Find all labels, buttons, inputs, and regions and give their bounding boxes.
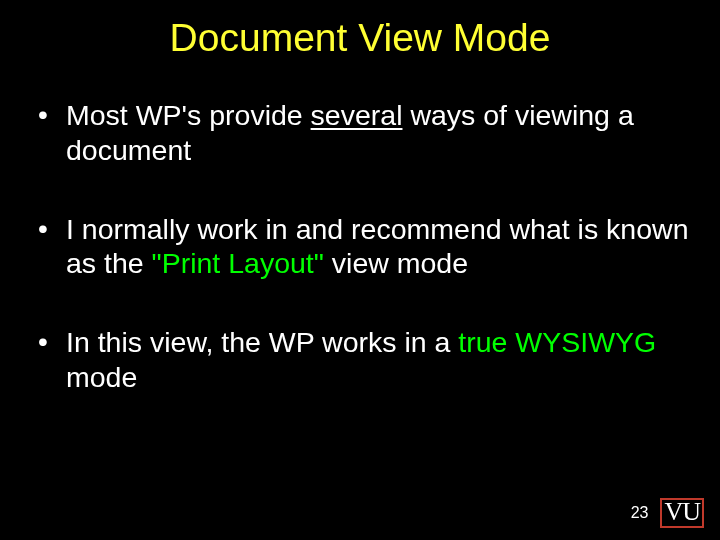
bullet-item: I normally work in and recommend what is… [30, 212, 690, 282]
slide-content: Most WP's provide several ways of viewin… [0, 60, 720, 395]
page-number: 23 [631, 504, 649, 522]
highlight-text: true WYSIWYG [458, 326, 656, 358]
bullet-item: Most WP's provide several ways of viewin… [30, 98, 690, 168]
bullet-text: Most WP's provide [66, 99, 311, 131]
underlined-text: several [311, 99, 403, 131]
bullet-text: In this view, the WP works in a [66, 326, 458, 358]
bullet-list: Most WP's provide several ways of viewin… [30, 98, 690, 395]
bullet-text: mode [66, 361, 137, 393]
vu-logo: VU [660, 498, 704, 528]
slide-title: Document View Mode [0, 0, 720, 60]
bullet-item: In this view, the WP works in a true WYS… [30, 325, 690, 395]
slide: Document View Mode Most WP's provide sev… [0, 0, 720, 540]
slide-footer: 23 VU [631, 498, 704, 528]
highlight-text: "Print Layout" [152, 247, 324, 279]
bullet-text: view mode [324, 247, 468, 279]
